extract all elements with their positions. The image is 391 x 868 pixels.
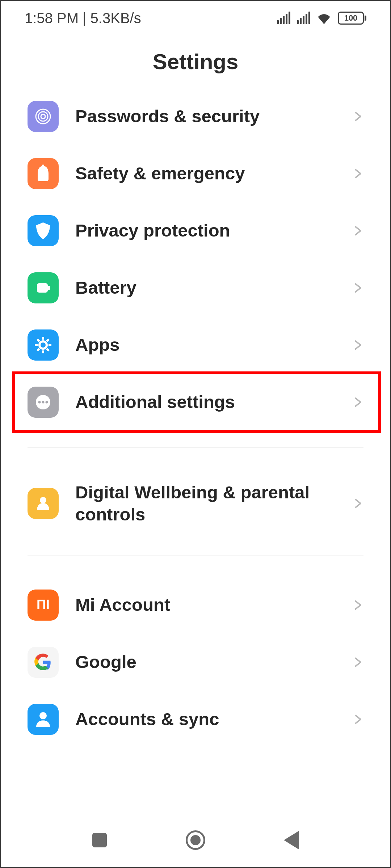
circle-icon [186, 830, 205, 850]
status-time: 1:58 PM [25, 10, 79, 26]
chevron-right-icon [353, 498, 363, 509]
nav-home-button[interactable] [185, 830, 206, 851]
settings-item-label: Apps [75, 334, 336, 356]
square-icon [92, 833, 107, 847]
battery-icon: 100 [338, 12, 366, 25]
google-icon [28, 647, 59, 678]
signal-sim2-icon [297, 12, 310, 24]
settings-item-google[interactable]: Google [1, 634, 390, 691]
settings-item-additional-settings[interactable]: Additional settings [1, 374, 390, 431]
status-bar: 1:58 PM | 5.3KB/s 100 [1, 1, 390, 35]
gear-icon [28, 329, 59, 361]
page-header: Settings [1, 35, 390, 88]
settings-item-label: Safety & emergency [75, 162, 336, 184]
status-net-speed: 5.3KB/s [91, 10, 141, 26]
mi-icon [28, 590, 59, 621]
page-title: Settings [1, 49, 390, 74]
settings-item-label: Accounts & sync [75, 708, 336, 730]
chevron-right-icon [353, 111, 363, 122]
chevron-right-icon [353, 168, 363, 179]
status-right: 100 [277, 12, 366, 25]
chevron-right-icon [353, 225, 363, 236]
chevron-right-icon [353, 340, 363, 350]
settings-item-label: Privacy protection [75, 220, 336, 242]
triangle-back-icon [284, 831, 299, 850]
settings-item-label: Digital Wellbeing & parental controls [75, 481, 336, 526]
chevron-right-icon [353, 397, 363, 408]
chevron-right-icon [353, 714, 363, 725]
settings-item-label: Additional settings [75, 391, 336, 413]
settings-item-digital-wellbeing-parental-controls[interactable]: Digital Wellbeing & parental controls [1, 469, 390, 538]
fingerprint-icon [28, 101, 59, 132]
navigation-bar [1, 813, 390, 867]
group-divider [28, 447, 363, 448]
settings-item-passwords-security[interactable]: Passwords & security [1, 88, 390, 145]
settings-item-safety-emergency[interactable]: Safety & emergency [1, 145, 390, 202]
settings-item-battery[interactable]: Battery [1, 259, 390, 316]
signal-sim1-icon [277, 12, 290, 24]
shield-icon [28, 215, 59, 246]
nav-back-button[interactable] [281, 830, 302, 851]
settings-item-label: Battery [75, 277, 336, 299]
status-time-net: 1:58 PM | 5.3KB/s [25, 10, 141, 26]
wifi-icon [317, 12, 331, 24]
dots-icon [28, 387, 59, 418]
settings-list: Passwords & securitySafety & emergencyPr… [1, 88, 390, 813]
nav-recents-button[interactable] [89, 830, 110, 851]
wellbeing-icon [28, 488, 59, 519]
group-divider [28, 555, 363, 556]
settings-item-privacy-protection[interactable]: Privacy protection [1, 202, 390, 259]
battery-icon [28, 272, 59, 303]
settings-item-label: Google [75, 651, 336, 673]
settings-item-label: Mi Account [75, 594, 336, 616]
chevron-right-icon [353, 282, 363, 293]
person-icon [28, 704, 59, 735]
settings-item-mi-account[interactable]: Mi Account [1, 576, 390, 634]
sos-icon [28, 158, 59, 189]
battery-percent: 100 [338, 12, 364, 25]
settings-item-apps[interactable]: Apps [1, 316, 390, 374]
chevron-right-icon [353, 657, 363, 668]
settings-item-label: Passwords & security [75, 105, 336, 127]
chevron-right-icon [353, 600, 363, 610]
settings-item-accounts-sync[interactable]: Accounts & sync [1, 691, 390, 748]
